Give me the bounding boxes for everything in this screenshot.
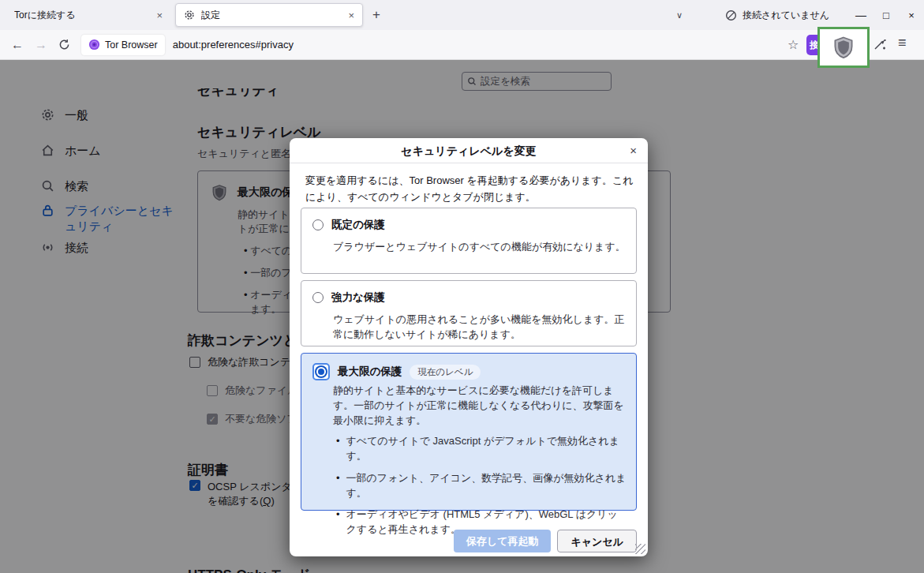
tab-close-icon[interactable]: × <box>348 9 354 21</box>
radio-selected[interactable] <box>312 363 330 380</box>
connection-status-text: 接続されていません <box>743 9 829 22</box>
url-bar-text[interactable]: about:preferences#privacy <box>173 39 294 51</box>
tab-connect-to-tor[interactable]: Torに接続する × <box>6 3 170 27</box>
new-identity-icon[interactable] <box>873 37 887 51</box>
window-close-button[interactable]: × <box>899 9 924 21</box>
save-and-restart-button[interactable]: 保存して再起動 <box>454 530 552 552</box>
radio-unselected[interactable] <box>312 292 324 303</box>
navigation-toolbar: ← → Tor Browser about:preferences#privac… <box>0 30 924 60</box>
option-label: 既定の保護 <box>331 218 385 232</box>
option-description: ウェブサイトの悪用されることが多い機能を無効化します。正常に動作しないサイトが稀… <box>333 313 627 343</box>
dialog-title: セキュリティレベルを変更 <box>290 138 648 163</box>
bullet-item: すべてのサイトで JavaScript がデフォルトで無効化されます。 <box>346 434 628 464</box>
security-level-dialog: セキュリティレベルを変更 × 変更を適用するには、Tor Browser を再起… <box>290 138 648 556</box>
back-icon[interactable]: ← <box>11 38 24 52</box>
tab-close-icon[interactable]: × <box>156 9 163 21</box>
option-description: ブラウザーとウェブサイトのすべての機能が有効になります。 <box>333 240 627 255</box>
option-description: 静的サイトと基本的なサービスに必要な機能だけを許可します。一部のサイトが正常に機… <box>333 384 627 429</box>
resize-grip[interactable] <box>635 544 645 554</box>
option-standard[interactable]: 既定の保護 ブラウザーとウェブサイトのすべての機能が有効になります。 <box>301 208 637 274</box>
browser-window: Torに接続する × 設定 × + ∨ 接続されていません — □ × <box>0 0 924 573</box>
site-identity-label: Tor Browser <box>105 39 158 51</box>
reload-icon[interactable] <box>58 39 70 51</box>
shield-icon <box>832 36 855 59</box>
security-level-shield-highlight[interactable] <box>817 27 870 68</box>
forward-icon[interactable]: → <box>35 38 47 52</box>
tab-label: Torに接続する <box>14 9 76 22</box>
tab-settings[interactable]: 設定 × <box>175 3 363 27</box>
dialog-header: セキュリティレベルを変更 × <box>290 138 648 163</box>
option-label: 強力な保護 <box>331 290 385 305</box>
window-minimize-button[interactable]: — <box>848 9 873 21</box>
bookmark-star-icon[interactable]: ☆ <box>787 37 799 52</box>
tab-bar: Torに接続する × 設定 × + ∨ 接続されていません — □ × <box>0 0 924 30</box>
chevron-down-icon[interactable]: ∨ <box>676 10 683 21</box>
new-tab-button[interactable]: + <box>372 7 380 23</box>
radio-unselected[interactable] <box>312 219 324 230</box>
tor-onion-icon <box>88 39 100 51</box>
current-level-badge: 現在のレベル <box>410 365 481 380</box>
option-bullet-list: •すべてのサイトで JavaScript がデフォルトで無効化されます。 •一部… <box>336 434 628 545</box>
window-maximize-button[interactable]: □ <box>873 9 899 21</box>
dialog-footer: 保存して再起動 キャンセル <box>454 530 637 552</box>
cancel-button[interactable]: キャンセル <box>557 530 637 552</box>
option-safer[interactable]: 強力な保護 ウェブサイトの悪用されることが多い機能を無効化します。正常に動作しな… <box>301 280 637 346</box>
connection-status: 接続されていません <box>725 9 829 22</box>
page-content: 一般 ホーム 検索 プライバシーとセキュリティ <box>0 60 924 573</box>
not-connected-icon <box>725 9 737 21</box>
site-identity-button[interactable]: Tor Browser <box>81 35 165 55</box>
tab-label: 設定 <box>201 9 342 22</box>
close-icon[interactable]: × <box>630 138 637 163</box>
bullet-item: 一部のフォント、アイコン、数学記号、画像が無効化されます。 <box>346 471 628 501</box>
gear-favicon-icon <box>184 9 195 21</box>
option-label: 最大限の保護 <box>338 365 402 379</box>
menu-icon[interactable]: ≡ <box>898 35 907 51</box>
dialog-description: 変更を適用するには、Tor Browser を再起動する必要があります。これによ… <box>305 173 634 206</box>
option-safest-selected[interactable]: 最大限の保護 現在のレベル 静的サイトと基本的なサービスに必要な機能だけを許可し… <box>301 353 637 511</box>
